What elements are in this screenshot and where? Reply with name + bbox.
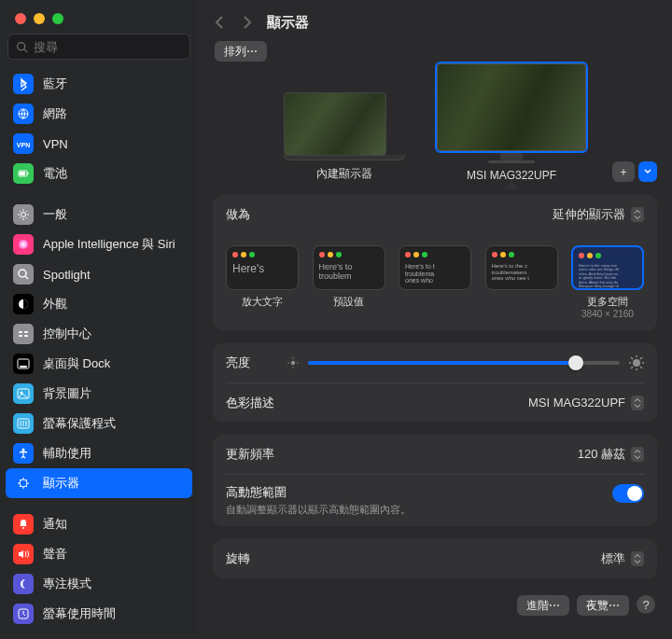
sidebar-item-wallpaper[interactable]: 背景圖片: [6, 379, 192, 409]
sun-small-icon: [287, 357, 299, 368]
refresh-panel: 更新頻率 120 赫茲 高動態範圍 自動調整顯示器以顯示高動態範圍內容。: [213, 435, 657, 526]
refresh-rate-popup[interactable]: 120 赫茲: [578, 446, 644, 463]
resolution-option-0[interactable]: Here's放大文字: [226, 245, 299, 319]
resolution-option-3[interactable]: Here's to the ctroublemakers.ones who se…: [485, 245, 558, 319]
sidebar-item-label: 電池: [43, 165, 67, 182]
sidebar-item-sound[interactable]: 聲音: [6, 539, 192, 569]
add-display-menu[interactable]: [638, 161, 657, 182]
use-as-label: 做為: [226, 206, 250, 223]
svg-point-23: [22, 527, 24, 529]
search-field[interactable]: [7, 34, 190, 60]
sidebar-item-battery[interactable]: 電池: [6, 159, 192, 188]
use-as-panel: 做為 延伸的顯示器 Here's放大文字Here's totroublem預設值…: [213, 195, 657, 330]
maximize-button[interactable]: [52, 13, 63, 24]
sidebar-item-control-center[interactable]: 控制中心: [6, 319, 192, 349]
display-picker: 內建顯示器 MSI MAG322UPF ＋: [213, 41, 657, 195]
sidebar-item-label: 專注模式: [43, 576, 91, 592]
sidebar-item-label: 螢幕保護程式: [43, 415, 116, 432]
sidebar-list: 藍牙網路VPNVPN電池一般Apple Intelligence 與 SiriS…: [0, 67, 198, 639]
sidebar-item-screentime[interactable]: 螢幕使用時間: [6, 599, 192, 629]
svg-point-0: [18, 42, 25, 49]
sidebar-item-general[interactable]: 一般: [6, 200, 192, 229]
sidebar-item-label: 輔助使用: [43, 445, 91, 462]
svg-point-31: [633, 359, 640, 367]
sidebar-item-label: Spotlight: [43, 268, 91, 282]
svg-point-22: [20, 479, 27, 487]
sidebar-item-label: 一般: [43, 206, 67, 223]
svg-point-9: [19, 270, 26, 277]
sidebar-item-notifications[interactable]: 通知: [6, 509, 192, 539]
svg-rect-14: [19, 335, 22, 337]
svg-rect-5: [27, 173, 29, 174]
svg-point-7: [21, 213, 26, 217]
add-display-button[interactable]: ＋: [612, 161, 635, 182]
svg-text:VPN: VPN: [17, 142, 30, 148]
sidebar-item-label: 通知: [43, 516, 67, 533]
resolution-option-1[interactable]: Here's totroublem預設值: [313, 245, 385, 319]
sidebar-item-label: 桌面與 Dock: [43, 355, 110, 372]
color-profile-label: 色彩描述: [226, 395, 274, 411]
sidebar-item-label: 聲音: [43, 546, 67, 563]
hdr-label: 高動態範圍: [226, 484, 411, 501]
sidebar-item-displays[interactable]: 顯示器: [6, 468, 192, 498]
svg-rect-12: [19, 331, 22, 333]
night-shift-button[interactable]: 夜覽⋯: [577, 595, 629, 616]
sidebar-item-bluetooth[interactable]: 藍牙: [6, 69, 192, 99]
sidebar-item-label: 螢幕使用時間: [43, 605, 116, 622]
minimize-button[interactable]: [34, 13, 45, 24]
resolution-option-4[interactable]: Here's to the crazy oneusers who see thi…: [571, 245, 644, 319]
svg-rect-15: [24, 335, 28, 337]
refresh-rate-label: 更新頻率: [226, 446, 274, 463]
search-input[interactable]: [34, 40, 190, 54]
svg-line-38: [631, 367, 633, 368]
svg-line-1: [24, 49, 27, 51]
sidebar-item-ai[interactable]: Apple Intelligence 與 Siri: [6, 229, 192, 259]
sidebar-item-label: 控制中心: [43, 326, 91, 342]
sun-large-icon: [629, 355, 644, 370]
hdr-switch[interactable]: [612, 484, 644, 503]
rotation-popup[interactable]: 標準: [601, 550, 644, 567]
sidebar-item-screensaver[interactable]: 螢幕保護程式: [6, 409, 192, 438]
sidebar-item-appearance[interactable]: 外觀: [6, 289, 192, 319]
search-icon: [16, 41, 28, 53]
back-button[interactable]: [211, 12, 228, 33]
svg-rect-17: [20, 366, 27, 368]
svg-line-10: [25, 276, 28, 279]
sidebar-item-label: 外觀: [43, 296, 67, 313]
sidebar-item-focus[interactable]: 專注模式: [6, 569, 192, 599]
resolution-option-2[interactable]: Here's to ttroublemaones who: [399, 245, 471, 319]
rotation-label: 旋轉: [226, 550, 250, 567]
display-internal-label: 內建顯示器: [284, 166, 405, 182]
resolution-options: Here's放大文字Here's totroublem預設值Here's to …: [226, 234, 644, 330]
help-button[interactable]: ?: [637, 595, 655, 614]
sidebar-item-label: 顯示器: [43, 475, 79, 492]
color-profile-popup[interactable]: MSI MAG322UPF: [528, 396, 644, 410]
sidebar-item-desktop-dock[interactable]: 桌面與 Dock: [6, 349, 192, 379]
svg-rect-13: [24, 331, 28, 333]
sidebar-item-spotlight[interactable]: Spotlight: [6, 259, 192, 289]
svg-point-8: [19, 240, 28, 249]
rotation-panel: 旋轉 標準: [213, 539, 657, 578]
sidebar-item-label: Apple Intelligence 與 Siri: [43, 236, 175, 253]
forward-button[interactable]: [239, 12, 256, 33]
sidebar-item-network[interactable]: 網路: [6, 99, 192, 129]
sidebar-item-accessibility[interactable]: 輔助使用: [6, 438, 192, 468]
display-external[interactable]: MSI MAG322UPF: [437, 63, 586, 182]
svg-line-37: [640, 367, 642, 368]
advanced-button[interactable]: 進階⋯: [517, 595, 569, 616]
brightness-slider[interactable]: [308, 361, 620, 365]
page-title: 顯示器: [267, 14, 309, 32]
use-as-popup[interactable]: 延伸的顯示器: [553, 206, 644, 223]
sidebar-item-vpn[interactable]: VPNVPN: [6, 129, 192, 159]
hdr-sublabel: 自動調整顯示器以顯示高動態範圍內容。: [226, 503, 411, 517]
display-settings-panel: 亮度 色彩描述 MSI MAG322UPF: [213, 343, 657, 422]
toolbar: 顯示器: [198, 0, 672, 41]
brightness-label: 亮度: [226, 354, 250, 371]
sidebar-item-label: VPN: [43, 137, 68, 151]
main-panel: 顯示器 排列⋯ 內建顯示器 MSI MAG322UPF: [198, 0, 672, 639]
close-button[interactable]: [15, 13, 26, 24]
footer: 進階⋯ 夜覽⋯ ?: [213, 591, 657, 616]
sidebar-item-label: 藍牙: [43, 76, 67, 92]
svg-point-21: [22, 449, 25, 451]
display-internal[interactable]: 內建顯示器: [284, 92, 405, 182]
